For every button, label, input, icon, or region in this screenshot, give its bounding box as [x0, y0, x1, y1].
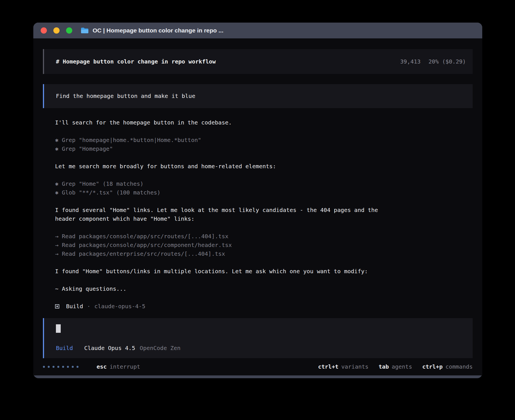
shortcut-group: ctrl+t variants tab agents ctrl+p comman… [318, 362, 473, 371]
input-provider-label: OpenCode Zen [140, 344, 181, 353]
transcript-line: I found "Home" buttons/links in multiple… [55, 267, 473, 276]
input-agent-label[interactable]: Build [56, 344, 73, 353]
tool-call-group: ✱ Grep "Home" (18 matches) ✱ Glob "**/*.… [55, 180, 473, 197]
shortcut-key: ctrl+p [422, 362, 442, 371]
shortcut-agents: tab agents [379, 362, 412, 371]
tool-call-group: ✱ Grep "homepage|home.*button|Home.*butt… [55, 136, 473, 153]
terminal-window: OC | Homepage button color change in rep… [33, 23, 482, 378]
minimize-button[interactable] [53, 27, 60, 34]
tool-call-line: ✱ Grep "homepage|home.*button|Home.*butt… [55, 136, 473, 145]
tool-call-line: ✱ Grep "Homepage" [55, 145, 473, 153]
assistant-message: I'll search for the homepage button in t… [55, 118, 473, 127]
shortcut-key: ctrl+t [318, 362, 338, 371]
transcript-line: header component which have "Home" links… [55, 215, 473, 223]
spinner-dot [53, 366, 54, 368]
terminal-content: # Homepage button color change in repo w… [33, 38, 482, 375]
zoom-button[interactable] [66, 27, 72, 34]
assistant-message: I found several "Home" links. Let me loo… [55, 206, 473, 223]
shortcut-label: interrupt [110, 362, 140, 371]
shortcut-variants: ctrl+t variants [318, 362, 368, 371]
input-model-label: Claude Opus 4.5 [84, 344, 135, 353]
session-title: # Homepage button color change in repo w… [56, 57, 216, 66]
user-message-text: Find the homepage button and make it blu… [56, 92, 195, 100]
assistant-message: I found "Home" buttons/links in multiple… [55, 267, 473, 276]
transcript-line: I found several "Home" links. Let me loo… [55, 206, 473, 215]
context-cost: 20% ($0.29) [429, 57, 466, 66]
tool-call-line: → Read packages/enterprise/src/routes/[.… [55, 250, 473, 258]
tool-call-line: ✱ Grep "Home" (18 matches) [55, 180, 473, 188]
shortcut-label: agents [392, 362, 412, 371]
text-cursor [56, 324, 61, 333]
transcript-line: Let me search more broadly for buttons a… [55, 162, 473, 171]
assistant-message: Let me search more broadly for buttons a… [55, 162, 473, 171]
tool-call-line: → Read packages/console/app/src/componen… [55, 241, 473, 250]
spinner-dot [67, 366, 69, 368]
session-meta: 39,413 20% ($0.29) [400, 57, 466, 66]
spinner-dot [62, 366, 64, 368]
transcript-line: ~ Asking questions... [55, 285, 473, 293]
agent-status-line: Build · claude-opus-4-5 [43, 302, 473, 311]
input-meta: Build Claude Opus 4.5 OpenCode Zen [56, 344, 466, 353]
tool-call-group: → Read packages/console/app/src/routes/[… [55, 232, 473, 258]
folder-icon [81, 27, 89, 34]
agent-name: Build [66, 302, 83, 311]
agent-status-icon [55, 304, 59, 309]
agent-separator: · [87, 302, 90, 311]
spinner-dot [48, 366, 50, 368]
spinner-dot [43, 366, 45, 368]
prompt-input[interactable]: Build Claude Opus 4.5 OpenCode Zen [43, 318, 473, 358]
tool-call-line: ✱ Glob "**/*.tsx" (100 matches) [55, 188, 473, 197]
shortcut-key: esc [97, 362, 107, 371]
token-count: 39,413 [400, 57, 420, 66]
agent-model: claude-opus-4-5 [94, 302, 145, 311]
shortcut-commands: ctrl+p commands [422, 362, 473, 371]
shortcut-interrupt: esc interrupt [97, 362, 140, 371]
tool-call-line: → Read packages/console/app/src/routes/[… [55, 232, 473, 241]
assistant-message: ~ Asking questions... [55, 285, 473, 293]
session-header: # Homepage button color change in repo w… [43, 49, 473, 74]
shortcut-label: variants [341, 362, 368, 371]
transcript-line: I'll search for the homepage button in t… [55, 118, 473, 127]
spinner-dot [57, 366, 59, 368]
window-titlebar[interactable]: OC | Homepage button color change in rep… [33, 23, 482, 38]
spinner-dot [77, 366, 78, 368]
spinner-dot [72, 366, 74, 368]
shortcut-label: commands [446, 362, 473, 371]
spinner-dots [43, 366, 78, 368]
shortcut-key: tab [379, 362, 389, 371]
conversation-transcript: I'll search for the homepage button in t… [43, 118, 473, 302]
close-button[interactable] [41, 27, 47, 34]
user-message: Find the homepage button and make it blu… [43, 84, 473, 108]
window-title: OC | Homepage button color change in rep… [93, 27, 223, 34]
traffic-lights [41, 27, 72, 34]
status-bar: esc interrupt ctrl+t variants tab agents… [43, 358, 473, 375]
